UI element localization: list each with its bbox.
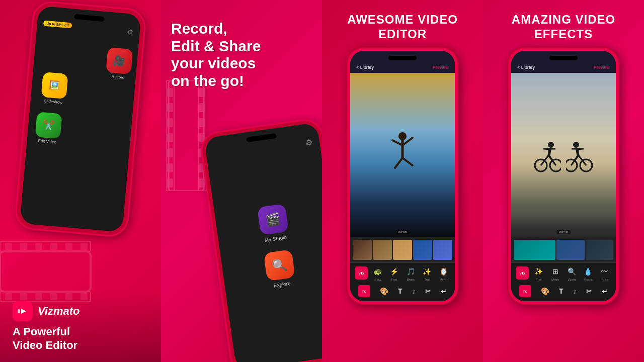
beats-icon[interactable]: 🎵	[404, 265, 417, 278]
svg-rect-29	[199, 103, 205, 112]
music-icon[interactable]: ♪	[412, 287, 416, 295]
phone-1: Up to 98% off ⚙ 🎥 Record 🖼️ Slideshow ✂️…	[16, 2, 145, 236]
svg-rect-25	[167, 148, 173, 157]
svg-rect-26	[167, 163, 173, 172]
panel-4: AMAZING VIDEOEFFECTS < Library Preview	[483, 0, 644, 362]
bmx-scene	[511, 73, 616, 237]
svg-rect-24	[167, 133, 173, 142]
beats-item: 🎵 Beats	[404, 265, 417, 281]
fast-item: ⚡ Fast	[388, 265, 401, 281]
brush-icon[interactable]: 🎨	[380, 287, 388, 295]
undo-icon-4[interactable]: ↩	[602, 287, 608, 295]
svg-rect-30	[199, 118, 205, 127]
fluidic-item-4: 💧 Fluidic	[582, 265, 595, 281]
fx-button[interactable]: fx	[358, 285, 370, 297]
pulse-icon-4[interactable]: 〰	[598, 265, 611, 278]
panel-2-text: Record,Edit & Shareyour videoson the go!	[171, 20, 312, 89]
slideshow-icon[interactable]: 🖼️	[41, 72, 68, 99]
cut-icon[interactable]: ✂	[425, 287, 431, 295]
bmx-rider-2-svg	[566, 138, 594, 173]
panel-4-title: AMAZING VIDEOEFFECTS	[483, 13, 644, 42]
timeline-3	[350, 237, 455, 262]
mirror-icon[interactable]: 🪞	[437, 265, 450, 278]
fast-icon[interactable]: ⚡	[388, 265, 401, 278]
vfx-item-4: vfx	[516, 266, 529, 280]
thumb-3-3	[393, 240, 412, 260]
explore-icon[interactable]: 🔍	[264, 249, 295, 281]
text-icon-4[interactable]: T	[559, 287, 564, 295]
time-code-4: 00:18	[556, 230, 571, 234]
trail-icon[interactable]: ✨	[421, 265, 434, 278]
thumb-4-2	[556, 240, 584, 260]
phone-3: < Library Preview 00:06	[347, 48, 458, 304]
edit-video-label: Edit Video	[34, 138, 60, 145]
phone-screen-1: Up to 98% off ⚙ 🎥 Record 🖼️ Slideshow ✂️…	[20, 6, 141, 232]
phone-2-settings-icon[interactable]: ⚙	[305, 137, 313, 148]
text-icon[interactable]: T	[398, 287, 403, 295]
record-icon[interactable]: 🎥	[106, 47, 133, 74]
bottom-bar-1: Vizmato A Powerful Video Editor	[0, 291, 161, 362]
tagline: A Powerful Video Editor	[13, 325, 148, 352]
svg-rect-34	[199, 178, 205, 188]
phone-notch-3	[388, 56, 417, 60]
phone-2: ⚙ 🎬 My Studio 🔍 Explore	[200, 119, 322, 362]
svg-rect-31	[199, 133, 205, 142]
fx-button-4[interactable]: fx	[519, 285, 531, 297]
phone-2-screen: ⚙ 🎬 My Studio 🔍 Explore	[204, 123, 322, 362]
bmx-video-area: 00:18	[511, 73, 616, 237]
svg-rect-1	[0, 241, 91, 251]
promo-badge: Up to 98% off	[43, 21, 72, 29]
video-area-3: 00:06	[350, 73, 455, 237]
panel-2-headline: Record,Edit & Shareyour videoson the go!	[171, 20, 312, 89]
effects-row-4: fx 🎨 T ♪ ✂ ↩	[511, 283, 616, 301]
phone-notch-4	[549, 56, 578, 60]
svg-line-37	[392, 140, 403, 145]
svg-rect-4	[20, 243, 27, 250]
logo-icon	[13, 301, 33, 321]
slow-icon[interactable]: 🐢	[371, 265, 384, 278]
svg-rect-7	[65, 243, 72, 250]
cut-icon-4[interactable]: ✂	[586, 287, 592, 295]
time-code-3: 00:06	[395, 230, 410, 234]
svg-point-58	[573, 142, 579, 148]
vfx-button[interactable]: vfx	[355, 266, 368, 280]
beats-label: Beats	[407, 278, 415, 281]
undo-icon[interactable]: ↩	[441, 287, 447, 295]
metro-label-4: Metro	[551, 278, 559, 281]
slow-label: Slow	[374, 278, 381, 281]
edit-video-icon[interactable]: ✂️	[35, 112, 62, 139]
phone-4-screen: < Library Preview	[511, 51, 616, 301]
jumper-svg	[385, 130, 420, 180]
vfx-button-4[interactable]: vfx	[516, 266, 529, 280]
svg-line-39	[395, 158, 403, 168]
app-name: Vizmato	[38, 305, 80, 318]
nav-preview-3[interactable]: Preview	[433, 65, 449, 70]
phone-3-screen: < Library Preview 00:06	[350, 51, 455, 301]
fluidic-icon-4[interactable]: 💧	[582, 265, 595, 278]
metro-icon-4[interactable]: ⊞	[549, 265, 562, 278]
svg-rect-6	[50, 243, 57, 250]
music-icon-4[interactable]: ♪	[573, 287, 577, 295]
explore-label: Explore	[273, 281, 291, 289]
brush-icon-4[interactable]: 🎨	[541, 287, 549, 295]
svg-rect-22	[167, 103, 173, 112]
my-studio-icon[interactable]: 🎬	[257, 204, 289, 235]
pulse-label-4: Pulse	[601, 278, 608, 281]
thumb-3-5	[433, 240, 452, 260]
svg-rect-5	[35, 243, 42, 250]
panel-3-title: AWESOME VIDEOEDITOR	[322, 13, 483, 42]
svg-rect-3	[5, 243, 12, 250]
svg-rect-8	[80, 243, 88, 250]
nav-back-3[interactable]: < Library	[356, 65, 374, 70]
settings-icon[interactable]: ⚙	[127, 28, 134, 36]
edit-video-icon-item: ✂️ Edit Video	[34, 112, 62, 145]
nav-preview-4[interactable]: Preview	[594, 65, 610, 70]
trail-item: ✨ Trail	[421, 265, 434, 281]
zoom-icon-4[interactable]: 🔍	[565, 265, 578, 278]
svg-line-40	[403, 158, 413, 165]
thumb-3-2	[373, 240, 392, 260]
thumb-3-1	[353, 240, 372, 260]
nav-back-4[interactable]: < Library	[517, 65, 535, 70]
trail-icon-4[interactable]: ✨	[532, 265, 545, 278]
nav-bar-3: < Library Preview	[350, 51, 455, 73]
